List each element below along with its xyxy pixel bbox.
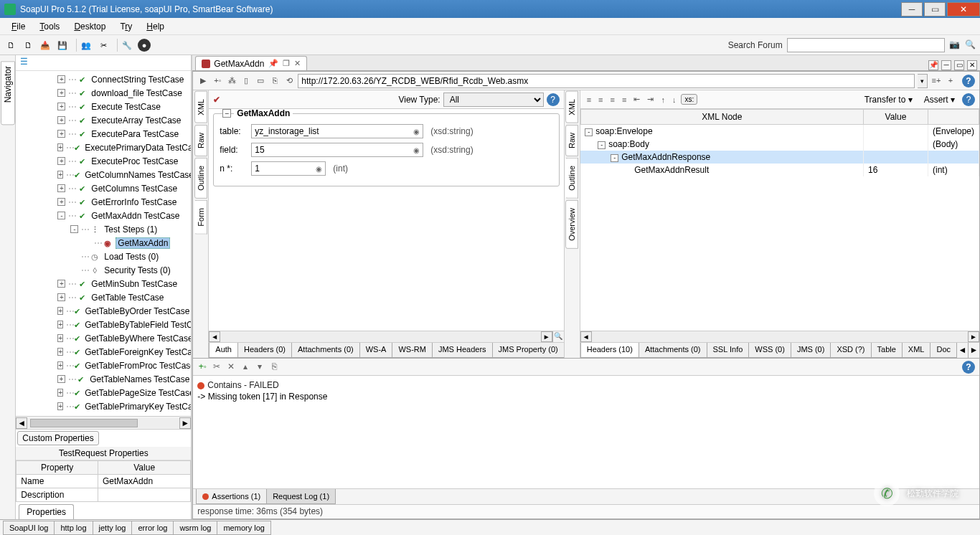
run-icon[interactable]: ▶ (197, 75, 209, 87)
prop-value-cell[interactable] (98, 488, 191, 502)
log-tab[interactable]: memory log (217, 521, 270, 535)
prop-name-cell[interactable]: Name (17, 475, 98, 488)
properties-tab[interactable]: Properties (19, 504, 74, 519)
tree-item[interactable]: +⋯✔GetMinSubn TestCase (16, 277, 191, 290)
editor-min-icon[interactable]: ─ (941, 60, 951, 70)
tree-item[interactable]: +⋯✔GetTable TestCase (16, 290, 191, 304)
expand-icon[interactable]: + (57, 307, 63, 315)
help-icon[interactable]: ? (547, 93, 560, 106)
resp-tab[interactable]: Table (871, 343, 903, 358)
resp-tab[interactable]: Headers (10) (580, 343, 639, 358)
req-tab[interactable]: JMS Headers (432, 343, 493, 358)
reload-icon[interactable]: ⟲ (283, 75, 295, 87)
smart-icon[interactable]: ⁂ (226, 75, 237, 87)
tree-item[interactable]: +⋯✔Execute TestCase (16, 100, 191, 113)
expand-icon[interactable]: + (57, 103, 65, 110)
community-icon[interactable]: 👥 (80, 39, 93, 52)
expand-icon[interactable]: + (57, 75, 65, 83)
split-vertical-icon[interactable]: ▯ (240, 75, 252, 87)
response-h-scrollbar[interactable]: ◄ ► (580, 331, 979, 342)
tree-item[interactable]: +⋯✔GetTableByTableField TestCase (16, 318, 191, 331)
endpoint-dropdown-icon[interactable]: ▾ (918, 74, 928, 88)
search-in-pane-icon[interactable]: 🔍 (552, 331, 564, 342)
menu-desktop[interactable]: Desktop (67, 19, 113, 34)
expand-icon[interactable]: - (611, 154, 618, 162)
tree-item[interactable]: +⋯✔GetColumns TestCase (16, 181, 191, 195)
editor-close-icon[interactable]: ✕ (967, 60, 977, 70)
expand-icon[interactable] (83, 239, 91, 247)
transfer-to-button[interactable]: Transfer to ▾ (860, 93, 917, 106)
prop-name-cell[interactable]: Description (17, 488, 98, 502)
assertion-tab[interactable]: Assertions (1) (196, 489, 267, 504)
move-down-icon[interactable]: ↓ (670, 94, 679, 105)
resp-tab[interactable]: Attachments (0) (639, 343, 707, 358)
resp-tab[interactable]: JMS (0) (791, 343, 831, 358)
tree-item[interactable]: +⋯✔GetTableByOrder TestCase (16, 304, 191, 318)
clone-assertion-icon[interactable]: ⎘ (269, 362, 279, 372)
tools-icon[interactable]: ✂ (97, 39, 110, 52)
tree-item[interactable]: +⋯✔ExecutePara TestCase (16, 127, 191, 141)
vtab-outline[interactable]: Outline (194, 158, 207, 199)
save-all-icon[interactable]: 💾 (56, 39, 69, 52)
tree-item[interactable]: ⋯◊Security Tests (0) (16, 263, 191, 277)
tree-item[interactable]: +⋯✔GetTablePageSize TestCase (16, 386, 191, 399)
assert-button[interactable]: Assert ▾ (920, 93, 959, 106)
menu-try[interactable]: Try (113, 19, 139, 34)
project-tree[interactable]: +⋯✔ConnectString TestCase+⋯✔download_fil… (16, 71, 191, 416)
field-options-icon[interactable]: ◉ (413, 146, 420, 154)
tree-item[interactable]: +⋯✔GetTableByWhere TestCase (16, 331, 191, 345)
tree-item[interactable]: ⋯◷Load Tests (0) (16, 250, 191, 263)
validate-icon[interactable]: ✔ (213, 95, 220, 105)
expand-icon[interactable]: + (57, 389, 63, 397)
expand-icon[interactable]: + (57, 143, 63, 151)
config-assertion-icon[interactable]: ✂ (212, 362, 222, 372)
restore-icon[interactable]: ❐ (283, 59, 290, 68)
expand-icon[interactable]: + (57, 157, 65, 165)
menu-file[interactable]: File (4, 19, 32, 34)
expand-icon[interactable] (70, 266, 78, 274)
req-tab[interactable]: Auth (209, 343, 238, 358)
resp-tab[interactable]: XML (902, 343, 931, 358)
close-button[interactable]: ✕ (947, 2, 980, 16)
resp-tab[interactable]: XSD (?) (830, 343, 871, 358)
expand-icon[interactable]: + (57, 402, 63, 410)
new-empty-icon[interactable]: 🗋 (4, 39, 17, 52)
move-down-icon[interactable]: ▾ (255, 362, 265, 372)
log-tab[interactable]: error log (131, 521, 174, 535)
tree-item[interactable]: +⋯✔GetTableFromProc TestCase (16, 359, 191, 372)
field-input[interactable]: yz_instorage_list◉ (251, 124, 423, 138)
outdent-icon[interactable]: ⇤ (631, 93, 642, 105)
new-soap-icon[interactable]: 🗋 (22, 39, 34, 52)
req-tab[interactable]: Headers (0) (237, 343, 292, 358)
response-node-row[interactable]: -soap:Envelope(Envelope) (580, 125, 979, 138)
log-tab[interactable]: SoapUI log (3, 521, 55, 535)
tree-item[interactable]: +⋯✔GetTableForeignKey TestCase (16, 345, 191, 359)
align-justify-icon[interactable]: ≡ (620, 94, 628, 105)
indent-icon[interactable]: ⇥ (645, 93, 656, 105)
expand-icon[interactable]: + (57, 375, 65, 383)
scroll-left-icon[interactable]: ◄ (16, 417, 27, 429)
editor-pin-icon[interactable]: 📌 (928, 60, 938, 70)
add-to-testcase-icon[interactable]: +◦ (212, 75, 223, 87)
tab-close-icon[interactable]: ✕ (294, 59, 301, 68)
align-left-icon[interactable]: ≡ (585, 94, 593, 105)
tree-item[interactable]: +⋯✔GetTablePrimaryKey TestCase (16, 399, 191, 413)
custom-properties-header[interactable]: Custom Properties (17, 431, 98, 445)
expand-icon[interactable] (70, 252, 78, 260)
pin-icon[interactable]: 📌 (268, 59, 278, 68)
menu-tools[interactable]: Tools (32, 19, 67, 34)
align-right-icon[interactable]: ≡ (608, 94, 617, 105)
editor-max-icon[interactable]: ▭ (954, 60, 964, 70)
resp-tab[interactable]: SSL Info (707, 343, 750, 358)
log-tab[interactable]: http log (54, 521, 93, 535)
expand-icon[interactable]: + (57, 171, 63, 179)
expand-icon[interactable]: - (585, 128, 593, 136)
resp-tab[interactable]: Doc (930, 343, 957, 358)
field-options-icon[interactable]: ◉ (413, 128, 420, 136)
split-horizontal-icon[interactable]: ▭ (255, 75, 266, 87)
import-icon[interactable]: 📥 (39, 39, 52, 52)
tree-item[interactable]: +⋯✔download_file TestCase (16, 86, 191, 100)
expand-icon[interactable]: + (57, 348, 63, 356)
help-icon[interactable]: ? (962, 75, 975, 87)
expand-icon[interactable]: + (57, 184, 65, 192)
